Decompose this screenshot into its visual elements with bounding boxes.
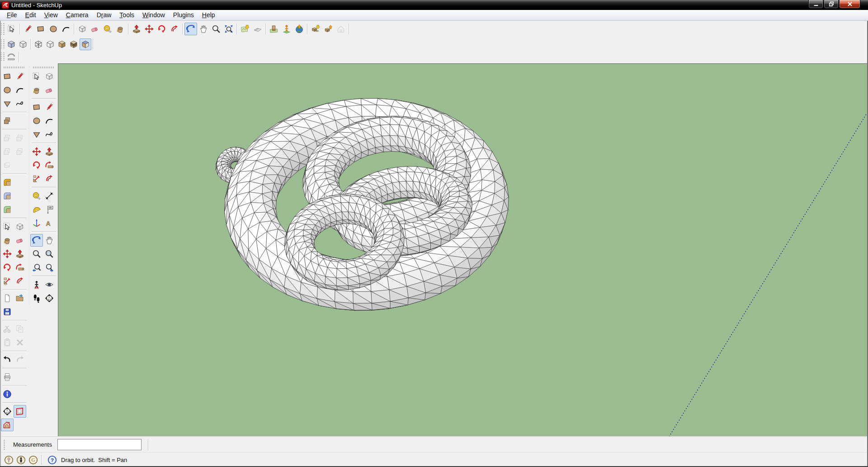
- section-plane-tool-button[interactable]: CA-5: [43, 292, 56, 305]
- offset-tool-button[interactable]: [14, 275, 26, 287]
- rotate-tool-button[interactable]: [30, 159, 43, 172]
- rectangle-tool-button[interactable]: [30, 101, 43, 114]
- rotate-tool-button[interactable]: [156, 23, 168, 35]
- close-button[interactable]: [839, 0, 860, 9]
- toggle-terrain-button[interactable]: [251, 23, 264, 35]
- circle-tool-button[interactable]: [30, 114, 43, 127]
- scale-tool-button[interactable]: [30, 172, 43, 185]
- offset-tool-button[interactable]: [168, 23, 181, 35]
- polygon-tool-button[interactable]: [1, 97, 14, 110]
- undo-button[interactable]: [1, 353, 14, 366]
- zoom-next-button[interactable]: [43, 261, 56, 274]
- protractor-tool-button[interactable]: [30, 203, 43, 216]
- zoom-tool-button[interactable]: [210, 23, 222, 35]
- print-button[interactable]: [1, 371, 14, 383]
- menu-draw[interactable]: Draw: [93, 10, 116, 20]
- select-tool-button[interactable]: [1, 220, 14, 233]
- walk-tool-button[interactable]: [30, 292, 43, 305]
- monochrome-mode-button[interactable]: [80, 38, 91, 50]
- zoom-tool-button[interactable]: [30, 248, 43, 260]
- menu-window[interactable]: Window: [138, 10, 169, 20]
- save-file-button[interactable]: [1, 305, 14, 318]
- orbit-tool-button[interactable]: [184, 23, 197, 35]
- line-tool-button[interactable]: [14, 70, 26, 83]
- freehand-tool-button[interactable]: [43, 128, 56, 141]
- dimension-tool-button[interactable]: [43, 190, 56, 202]
- group-boxes-tool-button[interactable]: [1, 114, 14, 127]
- pan-tool-button[interactable]: [43, 234, 56, 247]
- menu-camera[interactable]: Camera: [62, 10, 93, 20]
- arc-tool-button[interactable]: [43, 114, 56, 127]
- make-component-button[interactable]: [43, 70, 56, 83]
- menu-help[interactable]: Help: [198, 10, 219, 20]
- minimize-button[interactable]: [808, 0, 823, 9]
- arc-tool-button[interactable]: [60, 23, 72, 35]
- menu-view[interactable]: View: [40, 10, 62, 20]
- new-file-button[interactable]: [1, 292, 14, 305]
- select-tool-button[interactable]: [5, 23, 18, 35]
- follow-me-tool-button[interactable]: [14, 261, 26, 274]
- paint-bucket-tool-button[interactable]: [1, 234, 14, 247]
- push-pull-tool-button[interactable]: [14, 248, 26, 260]
- select-tool-button[interactable]: [30, 70, 43, 83]
- eraser-tool-button[interactable]: [43, 84, 56, 96]
- shape-bender-button[interactable]: [5, 51, 17, 63]
- paint-bucket-tool-button[interactable]: [30, 84, 43, 96]
- round-corner-tool-button[interactable]: [1, 176, 14, 189]
- 3d-text-tool-button[interactable]: A: [43, 217, 56, 229]
- text-tool-button[interactable]: ABC: [43, 203, 56, 216]
- menu-edit[interactable]: Edit: [21, 10, 40, 20]
- xray-mode-button[interactable]: [5, 38, 17, 50]
- photo-textures-button[interactable]: [268, 23, 280, 35]
- add-location-button[interactable]: [239, 23, 251, 35]
- menu-tools[interactable]: Tools: [115, 10, 138, 20]
- rectangle-tool-button[interactable]: [1, 70, 14, 83]
- model-figure-button[interactable]: [280, 23, 293, 35]
- circle-tool-button[interactable]: [47, 23, 60, 35]
- tape-measure-tool-button[interactable]: [101, 23, 114, 35]
- circle-tool-button[interactable]: [1, 84, 14, 96]
- move-tool-button[interactable]: [143, 23, 156, 35]
- freehand-tool-button[interactable]: [14, 97, 26, 110]
- make-component-button[interactable]: [76, 23, 89, 35]
- shaded-textures-mode-button[interactable]: [68, 38, 80, 50]
- paint-bucket-tool-button[interactable]: [114, 23, 127, 35]
- geolocation-pin-button[interactable]: [3, 454, 14, 465]
- orbit-tool-button[interactable]: [30, 234, 43, 247]
- preview-in-google-earth-button[interactable]: [293, 23, 306, 35]
- line-tool-button[interactable]: [43, 101, 56, 114]
- measurements-input[interactable]: [57, 439, 142, 450]
- section-cut-toggle-button[interactable]: [1, 419, 14, 431]
- menu-plugins[interactable]: Plugins: [169, 10, 198, 20]
- get-models-button[interactable]: [309, 23, 322, 35]
- restore-button[interactable]: [824, 0, 839, 9]
- eraser-tool-button[interactable]: [89, 23, 101, 35]
- axes-tool-button[interactable]: [30, 217, 43, 229]
- share-model-button[interactable]: [322, 23, 335, 35]
- polygon-tool-button[interactable]: [30, 128, 43, 141]
- move-tool-button[interactable]: [1, 248, 14, 260]
- zoom-window-tool-button[interactable]: [43, 248, 56, 260]
- bevel-corner-tool-button[interactable]: [1, 203, 14, 216]
- position-camera-button[interactable]: [30, 278, 43, 291]
- tape-measure-tool-button[interactable]: [30, 190, 43, 202]
- back-edges-mode-button[interactable]: [17, 38, 29, 50]
- follow-me-tool-button[interactable]: [43, 159, 56, 172]
- line-tool-button[interactable]: [22, 23, 34, 35]
- wireframe-mode-button[interactable]: [33, 38, 44, 50]
- model-info-button[interactable]: [1, 388, 14, 400]
- credit-figure-button[interactable]: [15, 454, 26, 465]
- section-display-toggle-button[interactable]: [14, 405, 26, 418]
- move-tool-button[interactable]: [30, 145, 43, 158]
- google-signin-button[interactable]: G: [28, 454, 38, 465]
- push-pull-tool-button[interactable]: [43, 145, 56, 158]
- eraser-tool-button[interactable]: [14, 234, 26, 247]
- hidden-line-mode-button[interactable]: [44, 38, 56, 50]
- zoom-extents-button[interactable]: [222, 23, 235, 35]
- offset-tool-button[interactable]: [43, 172, 56, 185]
- open-file-button[interactable]: [14, 292, 26, 305]
- shaded-mode-button[interactable]: [56, 38, 68, 50]
- help-button[interactable]: ?: [47, 454, 57, 465]
- scale-tool-button[interactable]: [1, 275, 14, 287]
- menu-file[interactable]: File: [3, 10, 21, 20]
